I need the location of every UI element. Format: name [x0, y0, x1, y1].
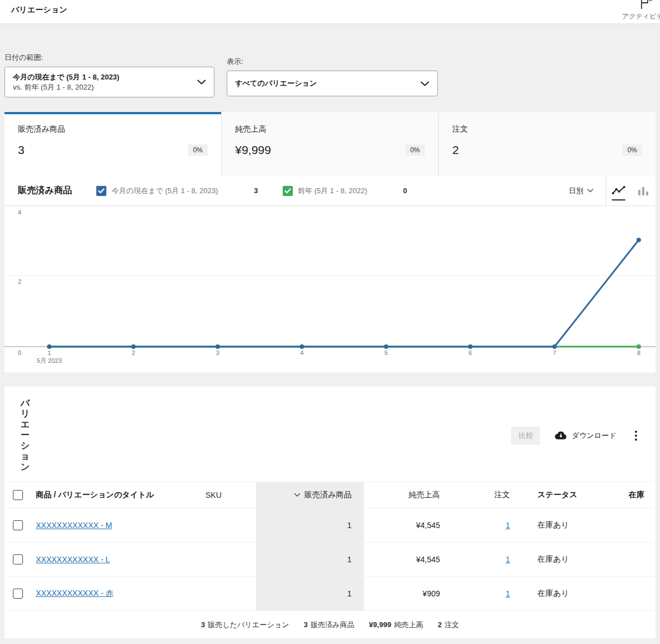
column-header-sku[interactable]: SKU	[196, 491, 256, 500]
show-filter-label: 表示:	[227, 57, 244, 67]
date-range-secondary: vs. 前年 (5月 1 - 8, 2022)	[13, 82, 193, 92]
summary-tile-orders[interactable]: 注文 2 0%	[438, 112, 656, 176]
svg-text:3: 3	[216, 349, 219, 356]
tile-label: 販売済み商品	[18, 124, 208, 134]
table-actions: 比較 ダウンロード	[511, 427, 641, 445]
net-sales-cell: ¥4,545	[364, 555, 450, 564]
orders-link[interactable]: 1	[505, 555, 510, 564]
svg-text:5月 2023: 5月 2023	[37, 357, 62, 364]
tile-delta-badge: 0%	[622, 144, 642, 156]
row-checkbox[interactable]	[13, 589, 23, 599]
table-row: XXXXXXXXXXXX - 赤 1 ¥909 1 在庫あり	[4, 577, 656, 611]
orders-link[interactable]: 1	[505, 589, 510, 598]
table-section-title: バリエーション	[20, 398, 30, 472]
legend-item-current-period[interactable]: 今月の現在まで (5月 1 - 8, 2023) 3	[96, 176, 258, 205]
interval-value: 日別	[569, 186, 583, 196]
more-options-button[interactable]	[631, 429, 641, 442]
tile-delta-badge: 0%	[405, 144, 425, 156]
chevron-down-icon	[587, 189, 593, 193]
summary-item: 3販売したバリエーション	[201, 620, 289, 630]
chevron-down-icon	[420, 81, 429, 86]
svg-text:7: 7	[553, 349, 556, 356]
legend-label: 今月の現在まで (5月 1 - 8, 2023)	[111, 186, 218, 196]
svg-text:8: 8	[637, 349, 640, 356]
row-checkbox[interactable]	[13, 554, 23, 564]
select-all-checkbox[interactable]	[13, 490, 23, 500]
tile-value: ¥9,999	[235, 143, 271, 157]
sales-line-chart[interactable]: 024123456785月 2023	[4, 206, 656, 372]
table-header-row: 商品 / バリエーションのタイトル SKU 販売済み商品 純売上高 注文 ステー…	[4, 482, 656, 508]
variations-table: 商品 / バリエーションのタイトル SKU 販売済み商品 純売上高 注文 ステー…	[4, 482, 656, 611]
legend-label: 前年 (5月 1 - 8, 2022)	[298, 186, 367, 196]
summary-tile-net-sales[interactable]: 純売上高 ¥9,999 0%	[221, 112, 438, 176]
activity-label: アクティビティ	[619, 12, 660, 21]
show-filter-dropdown[interactable]: すべてのバリエーション	[227, 71, 438, 96]
summary-tiles: 販売済み商品 3 0% 純売上高 ¥9,999 0% 注文 2 0%	[4, 112, 656, 176]
svg-text:4: 4	[300, 349, 303, 356]
date-range-primary: 今月の現在まで (5月 1 - 8, 2023)	[13, 72, 193, 82]
checkbox-checked-icon	[96, 186, 106, 196]
download-label: ダウンロード	[572, 431, 616, 441]
line-chart-toggle-icon[interactable]	[606, 176, 631, 205]
net-sales-cell: ¥909	[364, 589, 450, 598]
svg-text:6: 6	[469, 349, 472, 356]
svg-text:2: 2	[132, 349, 135, 356]
chevron-down-icon	[197, 80, 206, 85]
bar-chart-toggle-icon[interactable]	[631, 176, 656, 205]
column-header-items-sold[interactable]: 販売済み商品	[256, 482, 364, 508]
legend-value: 0	[403, 186, 407, 195]
table-summary-footer: 3販売したバリエーション 3販売済み商品 ¥9,999純売上高 2注文	[4, 611, 656, 638]
legend-value: 3	[254, 186, 258, 195]
svg-text:4: 4	[18, 209, 21, 216]
tile-label: 純売上高	[235, 124, 425, 134]
tile-label: 注文	[452, 124, 642, 134]
compare-button[interactable]: 比較	[511, 427, 540, 445]
net-sales-cell: ¥4,545	[364, 521, 450, 530]
date-range-dropdown[interactable]: 今月の現在まで (5月 1 - 8, 2023) vs. 前年 (5月 1 - …	[4, 67, 214, 97]
chart-legend: 今月の現在まで (5月 1 - 8, 2023) 3 前年 (5月 1 - 8,…	[72, 176, 407, 205]
svg-text:1: 1	[48, 349, 51, 356]
download-button[interactable]: ダウンロード	[555, 431, 616, 441]
items-sold-cell: 1	[256, 577, 364, 610]
page-title: バリエーション	[11, 5, 67, 15]
date-range-label: 日付の範囲:	[4, 53, 43, 63]
svg-text:2: 2	[18, 278, 21, 285]
svg-text:5: 5	[385, 349, 388, 356]
activity-panel-button[interactable]: アクティビティ	[619, 0, 660, 21]
variation-link[interactable]: XXXXXXXXXXXX - M	[36, 521, 112, 530]
column-header-status: ステータス	[520, 490, 624, 500]
interval-dropdown[interactable]: 日別	[556, 176, 606, 205]
status-cell: 在庫あり	[520, 554, 624, 564]
variation-link[interactable]: XXXXXXXXXXXX - 赤	[36, 589, 114, 598]
row-checkbox[interactable]	[13, 520, 23, 530]
show-filter-value: すべてのバリエーション	[235, 78, 416, 88]
ellipsis-vertical-icon	[634, 430, 638, 441]
status-cell: 在庫あり	[520, 520, 624, 530]
summary-item: 2注文	[438, 620, 459, 630]
checkbox-checked-icon	[283, 186, 293, 196]
legend-item-previous-period[interactable]: 前年 (5月 1 - 8, 2022) 0	[283, 176, 408, 205]
summary-tile-items-sold[interactable]: 販売済み商品 3 0%	[4, 112, 221, 176]
column-header-net-sales[interactable]: 純売上高	[364, 490, 450, 500]
sort-descending-icon	[294, 493, 301, 497]
status-cell: 在庫あり	[520, 589, 624, 599]
variation-link[interactable]: XXXXXXXXXXXX - L	[36, 555, 110, 564]
chart-title: 販売済み商品	[18, 185, 72, 197]
notification-badge-dot	[648, 0, 653, 1]
table-row: XXXXXXXXXXXX - M 1 ¥4,545 1 在庫あり	[4, 508, 656, 543]
top-bar: バリエーション アクティビティ	[0, 0, 660, 24]
column-header-orders[interactable]: 注文	[450, 490, 520, 500]
table-row: XXXXXXXXXXXX - L 1 ¥4,545 1 在庫あり	[4, 543, 656, 577]
flag-icon	[639, 0, 653, 9]
cloud-download-icon	[555, 431, 567, 441]
column-header-title[interactable]: 商品 / バリエーションのタイトル	[31, 490, 196, 500]
items-sold-cell: 1	[256, 543, 364, 576]
orders-link[interactable]: 1	[505, 521, 510, 530]
summary-item: 3販売済み商品	[304, 620, 355, 630]
items-sold-cell: 1	[256, 508, 364, 542]
svg-text:0: 0	[18, 349, 21, 356]
tile-value: 3	[18, 143, 25, 157]
tile-delta-badge: 0%	[188, 144, 208, 156]
summary-item: ¥9,999純売上高	[369, 620, 423, 630]
tile-value: 2	[452, 143, 459, 157]
